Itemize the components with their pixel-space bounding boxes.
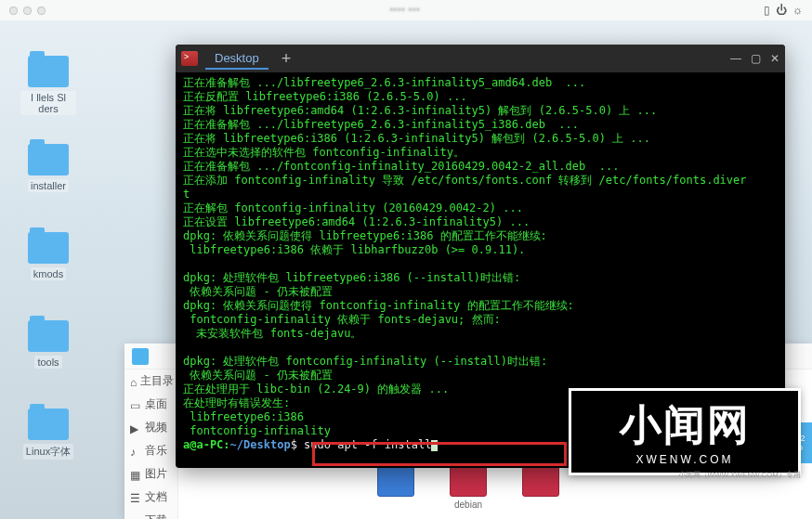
traffic-dot[interactable] (9, 6, 18, 15)
prompt-path: ~/Desktop (230, 438, 291, 451)
folder-icon (28, 232, 69, 264)
battery-icon[interactable]: ▯ (764, 4, 770, 17)
sidebar-item-desktop[interactable]: ▭桌面 (124, 393, 177, 416)
desktop-folder[interactable]: tools (20, 320, 76, 369)
traffic-dot[interactable] (37, 6, 46, 15)
sidebar-item-video[interactable]: ▶视频 (124, 416, 177, 439)
command-input[interactable]: sudo apt -f install (304, 438, 431, 451)
menubar-title-blurred: •••• ••• (46, 4, 764, 17)
image-icon: ▦ (130, 469, 141, 480)
desktop-folder[interactable]: I llels Sl ders (20, 56, 76, 115)
status-icon[interactable]: ☼ (792, 4, 803, 17)
video-icon: ▶ (130, 422, 141, 434)
terminal-app-icon (181, 51, 198, 66)
menubar: •••• ••• ▯ ⏻ ☼ (0, 0, 812, 20)
close-button[interactable]: ✕ (770, 52, 779, 65)
prompt-user: a@a-PC (183, 438, 223, 451)
folder-label: I llels Sl ders (20, 91, 76, 115)
desktop-folder[interactable]: Linux字体 (20, 409, 76, 460)
folder-icon (28, 144, 69, 175)
power-icon[interactable]: ⏻ (776, 4, 787, 17)
traffic-dot[interactable] (23, 6, 32, 15)
window-traffic-lights (9, 6, 46, 15)
cursor (431, 440, 438, 451)
watermark-title: 小闻网 (571, 397, 798, 453)
menubar-tray: ▯ ⏻ ☼ (764, 4, 803, 17)
desktop-folder[interactable]: installer (20, 144, 76, 192)
watermark: 小闻网 XWENW.COM (569, 388, 801, 475)
sidebar-item-home[interactable]: ⌂主目录 (124, 370, 177, 393)
watermark-url: XWENW.COM (571, 453, 798, 466)
terminal-tabbar: Desktop + — ▢ ✕ (176, 45, 785, 72)
download-icon: ↓ (130, 515, 141, 520)
folder-label: kmods (31, 267, 66, 280)
music-icon: ♪ (130, 446, 141, 457)
minimize-button[interactable]: — (730, 52, 741, 65)
sidebar-item-music[interactable]: ♪音乐 (124, 439, 177, 462)
maximize-button[interactable]: ▢ (751, 52, 761, 65)
folder-icon (28, 320, 69, 352)
desktop-folder[interactable]: kmods (20, 232, 76, 280)
sidebar-item-downloads[interactable]: ↓下载 (124, 509, 177, 519)
file-manager-sidebar: ⌂主目录 ▭桌面 ▶视频 ♪音乐 ▦图片 ☰文档 ↓下载 🗑回收站 (124, 370, 178, 519)
document-icon: ☰ (130, 492, 141, 503)
folder-label: tools (34, 356, 61, 369)
watermark-footer: 小闻网（WWW.XWENW.COM）专用 (678, 470, 801, 480)
terminal-tab[interactable]: Desktop (205, 48, 268, 70)
desktop-icon: ▭ (130, 399, 141, 410)
new-tab-button[interactable]: + (282, 49, 292, 69)
folder-label: Linux字体 (23, 444, 73, 460)
folder-icon (28, 409, 69, 440)
folder-label: installer (28, 179, 69, 192)
sidebar-item-documents[interactable]: ☰文档 (124, 486, 177, 509)
sidebar-item-pictures[interactable]: ▦图片 (124, 462, 177, 486)
home-icon[interactable] (132, 348, 149, 365)
home-icon: ⌂ (130, 376, 137, 387)
folder-icon (28, 56, 69, 87)
